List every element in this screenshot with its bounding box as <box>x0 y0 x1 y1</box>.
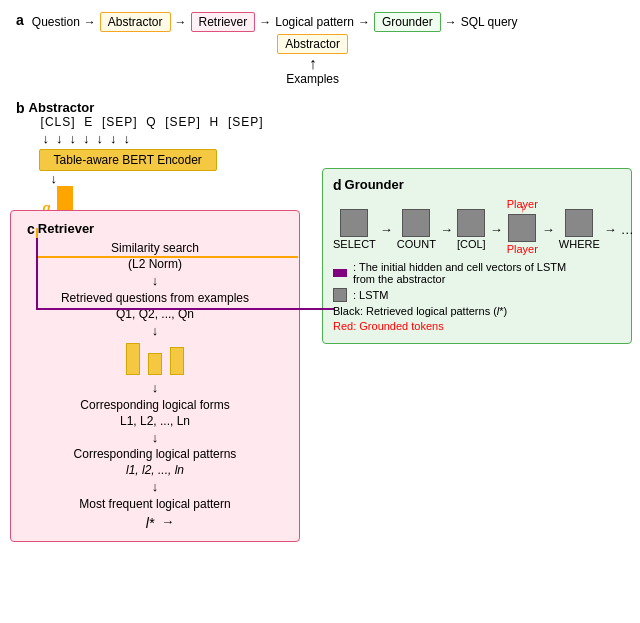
up-arrow-examples: ↑ <box>309 56 317 72</box>
section-c-box: c Retriever Similarity search (L2 Norm) … <box>10 210 300 542</box>
legend-black-text: Black: Retrieved logical patterns (l*) <box>333 305 507 317</box>
similarity-search: Similarity search <box>111 241 199 255</box>
lstar-arrowhead: → <box>161 514 174 529</box>
legend-purple-text: : The initial hidden and cell vectors of… <box>353 261 566 285</box>
down-arrow-bert: ↓ <box>51 171 264 186</box>
lstar-row: l* → <box>146 515 165 531</box>
arrow2: → <box>175 15 187 29</box>
section-b-label: b <box>16 100 25 116</box>
section-d-header: d Grounder <box>333 177 621 197</box>
legend-purple-icon <box>333 269 347 277</box>
bar-2 <box>148 353 162 375</box>
red-label-player: Player <box>507 198 538 210</box>
arrow-sim: ↓ <box>152 273 159 289</box>
box-grounder: Grounder <box>374 12 441 32</box>
flow-logical-pattern: Logical pattern <box>275 15 354 29</box>
g-to-grounder-vert <box>36 238 38 308</box>
cls-row: [CLS] E [SEP] Q [SEP] H [SEP] <box>41 115 264 129</box>
retriever-flow: Similarity search (L2 Norm) ↓ Retrieved … <box>27 241 283 531</box>
retrieved-questions: Retrieved questions from examples <box>61 291 249 305</box>
section-c-title: Retriever <box>38 221 94 236</box>
box-abstractor-2: Abstractor <box>277 34 348 54</box>
arrow-q: ↓ <box>152 323 159 339</box>
section-c-header: c Retriever <box>27 221 283 241</box>
examples-label: Examples <box>286 72 339 86</box>
arrow4: → <box>358 15 370 29</box>
token-where: WHERE <box>559 209 600 250</box>
token-col: [COL] <box>457 209 486 250</box>
arrow-lp: ↓ <box>152 479 159 495</box>
flow-row: Question → Abstractor → Retriever → Logi… <box>32 12 518 32</box>
arrow-s3: → <box>490 222 503 237</box>
flow-sql: SQL query <box>461 15 518 29</box>
section-d-box: d Grounder SELECT → COUNT → [COL] → <box>322 168 632 344</box>
lstar-label: l* <box>146 515 155 531</box>
arrow-bars: ↓ <box>152 380 159 396</box>
bar-3 <box>170 347 184 375</box>
l1-ln-italic: l1, l2, ..., ln <box>126 463 184 477</box>
lstm-box-player <box>508 214 536 242</box>
logical-forms: Corresponding logical forms <box>80 398 229 412</box>
token-select: SELECT <box>333 209 376 250</box>
lstm-box-select <box>340 209 368 237</box>
arrow1: → <box>84 15 96 29</box>
lstm-box-col <box>457 209 485 237</box>
label-count: COUNT <box>397 238 436 250</box>
legend-black: Black: Retrieved logical patterns (l*) <box>333 305 621 317</box>
arrow-s5: → <box>604 222 617 237</box>
section-a: a Question → Abstractor → Retriever → Lo… <box>16 12 624 86</box>
flow-question: Question <box>32 15 80 29</box>
down-arrows-cls: ↓↓↓↓↓↓↓ <box>43 131 264 146</box>
arrow-s4: → <box>542 222 555 237</box>
legend-purple: : The initial hidden and cell vectors of… <box>333 261 621 285</box>
label-col: [COL] <box>457 238 486 250</box>
l1-ln: L1, L2, ..., Ln <box>120 414 190 428</box>
legend: : The initial hidden and cell vectors of… <box>333 261 621 332</box>
arrow5: → <box>445 15 457 29</box>
section-d-label: d <box>333 177 342 193</box>
l2-norm: (L2 Norm) <box>128 257 182 271</box>
lstm-box-where <box>565 209 593 237</box>
grounder-sequence: SELECT → COUNT → [COL] → ↑ Player <box>333 203 621 255</box>
legend-gray-text: : LSTM <box>353 289 388 301</box>
box-retriever: Retriever <box>191 12 256 32</box>
arrow-lf: ↓ <box>152 430 159 446</box>
logical-patterns: Corresponding logical patterns <box>74 447 237 461</box>
section-b-title: Abstractor <box>29 100 95 115</box>
legend-red-text: Red: Grounded tokens <box>333 320 444 332</box>
label-where: WHERE <box>559 238 600 250</box>
arrow3: → <box>259 15 271 29</box>
g-to-grounder-horiz <box>36 308 334 310</box>
section-d-title: Grounder <box>345 177 404 192</box>
section-c-label: c <box>27 221 35 237</box>
bar-1 <box>126 343 140 375</box>
bert-encoder: Table-aware BERT Encoder <box>39 149 217 171</box>
yellow-bars <box>126 343 184 375</box>
legend-gray-icon <box>333 288 347 302</box>
arrow-s2: → <box>440 222 453 237</box>
ellipsis: … <box>621 222 634 237</box>
token-count: COUNT <box>397 209 436 250</box>
main-container: a Question → Abstractor → Retriever → Lo… <box>0 0 640 283</box>
most-frequent: Most frequent logical pattern <box>79 497 230 511</box>
lstm-box-count <box>402 209 430 237</box>
label-player: Player <box>507 243 538 255</box>
label-select: SELECT <box>333 238 376 250</box>
token-player: ↑ Player Player <box>507 203 538 255</box>
arrow-s1: → <box>380 222 393 237</box>
abstractor-below: Abstractor ↑ Examples <box>108 34 518 86</box>
legend-gray: : LSTM <box>333 288 621 302</box>
section-a-label: a <box>16 12 24 28</box>
q-to-retriever-horiz <box>36 256 298 258</box>
box-abstractor-1: Abstractor <box>100 12 171 32</box>
legend-red: Red: Grounded tokens <box>333 320 621 332</box>
